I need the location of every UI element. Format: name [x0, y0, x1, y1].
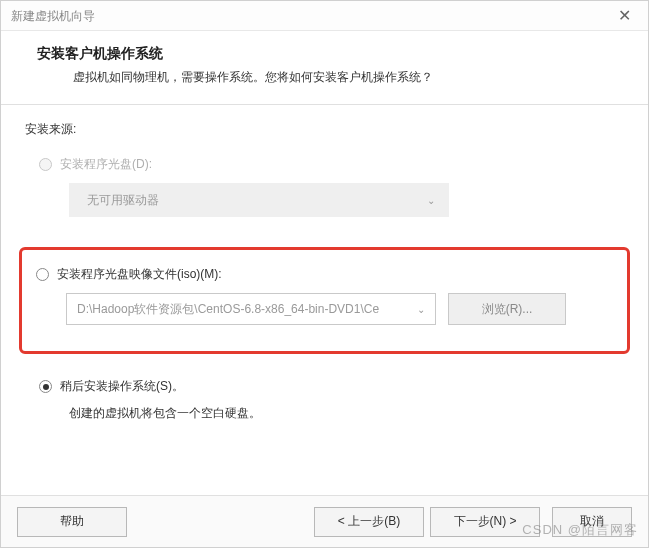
- window-title: 新建虚拟机向导: [11, 1, 95, 31]
- help-button[interactable]: 帮助: [17, 507, 127, 537]
- iso-controls-row: D:\Hadoop软件资源包\CentOS-6.8-x86_64-bin-DVD…: [66, 293, 613, 325]
- wizard-header: 安装客户机操作系统 虚拟机如同物理机，需要操作系统。您将如何安装客户机操作系统？: [1, 31, 648, 105]
- wizard-footer: 帮助 < 上一步(B) 下一步(N) > 取消: [1, 495, 648, 547]
- page-subtitle: 虚拟机如同物理机，需要操作系统。您将如何安装客户机操作系统？: [73, 69, 628, 86]
- later-hint: 创建的虚拟机将包含一个空白硬盘。: [69, 405, 624, 422]
- wizard-content: 安装来源: 安装程序光盘(D): 无可用驱动器 ⌄ 安装程序光盘映像文件(iso…: [1, 105, 648, 432]
- radio-later-label: 稍后安装操作系统(S)。: [60, 378, 184, 395]
- footer-right: < 上一步(B) 下一步(N) > 取消: [314, 507, 632, 537]
- radio-iso-row[interactable]: 安装程序光盘映像文件(iso)(M):: [36, 266, 613, 283]
- iso-path-text: D:\Hadoop软件资源包\CentOS-6.8-x86_64-bin-DVD…: [77, 301, 379, 318]
- disc-drive-combo[interactable]: 无可用驱动器 ⌄: [69, 183, 449, 217]
- cancel-button-label: 取消: [580, 513, 604, 530]
- option-disc: 安装程序光盘(D): 无可用驱动器 ⌄: [39, 156, 624, 217]
- option-iso-highlight: 安装程序光盘映像文件(iso)(M): D:\Hadoop软件资源包\CentO…: [19, 247, 630, 354]
- option-later: 稍后安装操作系统(S)。 创建的虚拟机将包含一个空白硬盘。: [39, 378, 624, 422]
- chevron-down-icon: ⌄: [427, 195, 435, 206]
- back-button-label: < 上一步(B): [338, 513, 400, 530]
- next-button[interactable]: 下一步(N) >: [430, 507, 540, 537]
- back-button[interactable]: < 上一步(B): [314, 507, 424, 537]
- radio-iso[interactable]: [36, 268, 49, 281]
- source-label: 安装来源:: [25, 121, 624, 138]
- browse-button-label: 浏览(R)...: [482, 301, 533, 318]
- page-title: 安装客户机操作系统: [37, 45, 628, 63]
- iso-path-combo[interactable]: D:\Hadoop软件资源包\CentOS-6.8-x86_64-bin-DVD…: [66, 293, 436, 325]
- chevron-down-icon: ⌄: [417, 304, 425, 315]
- close-icon[interactable]: ✕: [604, 2, 644, 30]
- disc-drive-combo-text: 无可用驱动器: [87, 192, 159, 209]
- radio-disc[interactable]: [39, 158, 52, 171]
- radio-disc-row[interactable]: 安装程序光盘(D):: [39, 156, 624, 173]
- radio-later[interactable]: [39, 380, 52, 393]
- cancel-button[interactable]: 取消: [552, 507, 632, 537]
- browse-button[interactable]: 浏览(R)...: [448, 293, 566, 325]
- titlebar: 新建虚拟机向导 ✕: [1, 1, 648, 31]
- next-button-label: 下一步(N) >: [454, 513, 517, 530]
- radio-iso-label: 安装程序光盘映像文件(iso)(M):: [57, 266, 222, 283]
- help-button-label: 帮助: [60, 513, 84, 530]
- radio-later-row[interactable]: 稍后安装操作系统(S)。: [39, 378, 624, 395]
- radio-disc-label: 安装程序光盘(D):: [60, 156, 152, 173]
- radio-dot: [43, 384, 49, 390]
